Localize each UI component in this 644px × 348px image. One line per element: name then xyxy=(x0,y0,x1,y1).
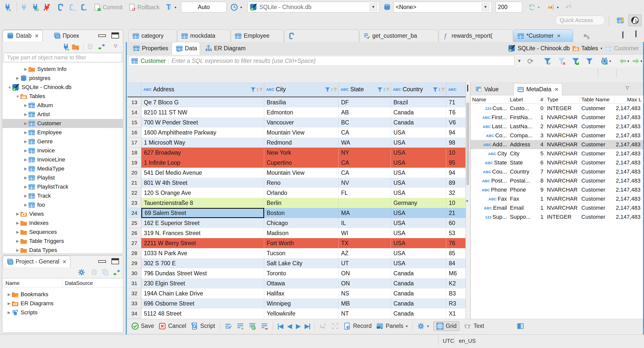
nav-new-folder-button[interactable]: + xyxy=(72,43,79,51)
sidebar-item-invoiceline[interactable]: ▶InvoiceLine xyxy=(3,155,123,164)
search-metadata-button[interactable]: ▾ xyxy=(547,2,559,13)
tab-metadata-panel[interactable]: MetaData ✕ xyxy=(513,83,562,95)
script-button[interactable]: Script xyxy=(191,322,215,330)
grid-cell[interactable]: 5112 48 Street xyxy=(141,309,264,319)
row-number[interactable]: 31 xyxy=(128,278,141,288)
column-header-state[interactable]: ABCState↕? xyxy=(339,82,391,97)
close-icon[interactable]: ✕ xyxy=(557,33,561,39)
maximize-icon[interactable] xyxy=(111,32,119,38)
grid-cell[interactable]: Fort Worth xyxy=(264,238,339,248)
grid-cell[interactable]: CA xyxy=(339,158,391,168)
commit-mode-combo[interactable]: Auto xyxy=(181,2,226,12)
breadcrumb-item[interactable]: Customer xyxy=(605,45,639,52)
grid-cell[interactable]: 700 W Pender Street xyxy=(141,117,264,127)
sidebar-item-tables[interactable]: ▼Tables xyxy=(3,92,123,101)
grid-cell[interactable]: MB xyxy=(339,298,391,309)
quick-access-input[interactable]: Quick Access xyxy=(555,16,605,25)
grid-cell[interactable]: Canada xyxy=(391,309,446,319)
grid-cell[interactable]: 60 xyxy=(446,218,466,228)
metadata-cell[interactable]: City xyxy=(508,149,539,158)
grid-cell[interactable]: FL xyxy=(339,188,391,198)
grid-cell[interactable]: 8210 111 ST NW xyxy=(141,107,264,117)
editor-tab--sqlite-chino[interactable] xyxy=(284,29,359,42)
chevron-right-icon[interactable]: ▶ xyxy=(15,76,20,80)
panels-button[interactable]: Panels▾ xyxy=(376,322,408,330)
row-number[interactable]: 19 xyxy=(128,158,141,168)
sort-icon[interactable]: ↕ xyxy=(256,87,259,92)
metadata-cell[interactable]: State xyxy=(508,158,539,167)
metadata-cell[interactable]: INTEGER xyxy=(545,104,580,113)
sidebar-item-artist[interactable]: ▶Artist xyxy=(3,110,123,119)
grid-cell[interactable]: ON xyxy=(339,268,391,278)
grid-cell[interactable]: 85 xyxy=(446,248,466,258)
metadata-cell[interactable]: 1 xyxy=(539,203,545,212)
metadata-cell[interactable]: Customer xyxy=(580,104,614,113)
tab-properties[interactable]: Properties xyxy=(129,42,171,55)
sidebar-item-playlisttrack[interactable]: ▶PlaylistTrack xyxy=(3,182,123,191)
chevron-right-icon[interactable]: ▶ xyxy=(23,121,28,126)
grid-cell[interactable]: AZ xyxy=(339,248,391,258)
sidebar-item-postgres[interactable]: ▶postgres xyxy=(3,74,123,83)
metadata-cell[interactable]: Customer xyxy=(580,158,614,167)
chevron-right-icon[interactable]: ▶ xyxy=(15,248,20,252)
grid-cell[interactable]: 32 xyxy=(446,188,466,198)
grid-cell[interactable]: Tauentzienstraße 8 xyxy=(141,198,264,208)
grid-cell[interactable]: V6 xyxy=(446,117,466,127)
grid-cell[interactable]: Tucson xyxy=(264,248,339,258)
metadata-column-header[interactable]: Label xyxy=(508,95,539,104)
metadata-cell[interactable]: Customer xyxy=(580,167,614,176)
grid-cell[interactable]: Canada xyxy=(391,107,446,117)
collapse-all-button[interactable] xyxy=(87,43,94,50)
metadata-cell[interactable]: ABCAdd... xyxy=(471,140,508,149)
metadata-cell[interactable]: Address xyxy=(508,140,539,149)
breadcrumb-item[interactable]: Tables▾ xyxy=(572,45,602,52)
row-number[interactable]: 21 xyxy=(128,178,141,188)
grid-cell[interactable]: 10 xyxy=(446,148,466,158)
grid-cell[interactable]: Brasília xyxy=(264,97,339,107)
grid-cell[interactable]: USA xyxy=(391,228,446,238)
grid-cell[interactable]: USA xyxy=(391,168,446,178)
metadata-cell[interactable]: Country xyxy=(508,167,539,176)
sidebar-item-data-types[interactable]: ▶Data Types xyxy=(3,246,123,253)
row-number[interactable]: 29 xyxy=(128,258,141,268)
grid-cell[interactable]: M6 xyxy=(446,268,466,278)
chevron-down-icon[interactable]: ▼ xyxy=(15,94,20,99)
metadata-cell[interactable]: ABCState xyxy=(471,158,508,167)
grid-cell[interactable]: Yellowknife xyxy=(264,309,339,319)
row-number[interactable]: 17 xyxy=(128,138,141,148)
toggle-panel-button[interactable] xyxy=(517,322,524,330)
save-button[interactable]: Save xyxy=(131,322,154,330)
metadata-menu-chevron-icon[interactable]: ▽ xyxy=(626,85,629,91)
metadata-cell[interactable]: 2,147,483 xyxy=(614,194,643,203)
metadata-cell[interactable]: 123Sup... xyxy=(471,212,508,222)
metadata-cell[interactable]: Compa... xyxy=(508,131,539,140)
row-number[interactable]: 15 xyxy=(128,117,141,127)
metadata-cell[interactable]: 2,147,483 xyxy=(614,212,643,222)
metadata-cell[interactable]: FirstNa... xyxy=(508,113,539,122)
grid-cell[interactable]: 1033 N Park Ave xyxy=(141,248,264,258)
grid-cell[interactable]: Germany xyxy=(391,198,446,208)
row-number[interactable]: 24 xyxy=(128,208,141,218)
chevron-right-icon[interactable]: ▶ xyxy=(7,301,12,306)
metadata-cell[interactable]: 5 xyxy=(539,149,545,158)
metadata-cell[interactable]: 0 xyxy=(539,104,545,113)
grid-cell[interactable]: USA xyxy=(391,208,446,218)
grid-cell[interactable]: 94 xyxy=(446,127,466,138)
metadata-cell[interactable]: Customer xyxy=(580,194,614,203)
metadata-row-suppo-[interactable]: 123Sup...Suppo...1INTEGERCustomer2,147,4… xyxy=(471,212,643,222)
sidebar-item-views[interactable]: ▶Views xyxy=(3,209,123,219)
connection-dropdown-arrow[interactable]: ▼ xyxy=(370,3,377,11)
metadata-cell[interactable]: Customer xyxy=(580,176,614,185)
metadata-cell[interactable]: 3 xyxy=(539,131,545,140)
status-timezone[interactable]: UTC xyxy=(443,338,454,344)
grid-cell[interactable]: Redmond xyxy=(264,138,339,148)
row-number[interactable]: 13 xyxy=(128,97,141,107)
metadata-cell[interactable]: NVARCHAR xyxy=(545,122,580,131)
tab-er-diagram[interactable]: ER Diagram xyxy=(201,42,250,55)
grid-cell[interactable]: 1 Infinite Loop xyxy=(141,158,264,168)
project-settings-button[interactable] xyxy=(78,269,85,276)
grid-cell[interactable]: CA xyxy=(339,168,391,178)
row-number[interactable]: 23 xyxy=(128,198,141,208)
tab-project-general[interactable]: Project - General ✕ xyxy=(3,256,70,267)
apply-filter-button[interactable]: ✓ xyxy=(543,57,551,66)
